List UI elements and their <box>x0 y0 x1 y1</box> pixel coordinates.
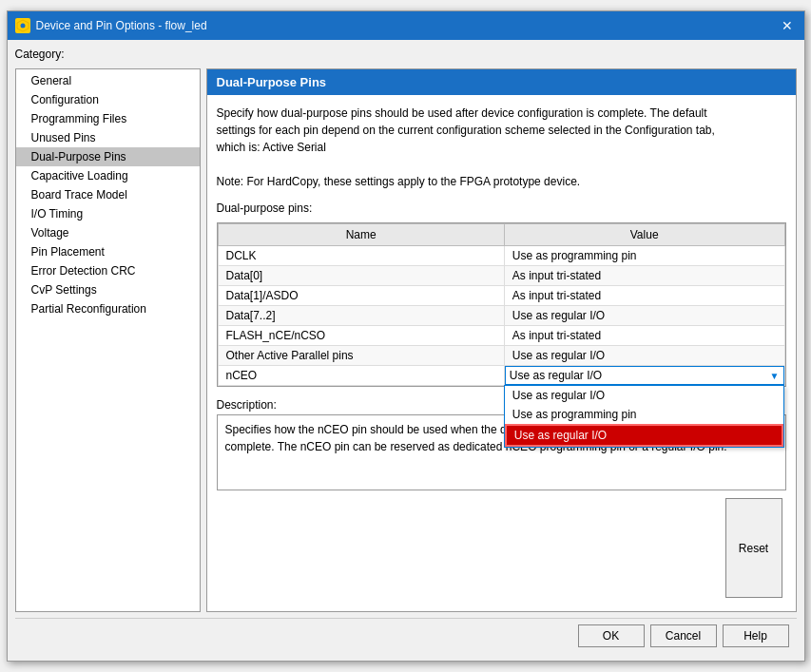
table-row: Data[1]/ASDO As input tri-stated <box>218 286 784 306</box>
cancel-button[interactable]: Cancel <box>650 624 717 647</box>
col-value-header: Value <box>504 224 784 246</box>
row-dclk-name: DCLK <box>218 246 504 266</box>
main-area: General Configuration Programming Files … <box>15 68 797 612</box>
nceo-dropdown-menu: Use as regular I/O Use as programming pi… <box>504 385 784 448</box>
content-panel: Dual-Purpose Pins Specify how dual-purpo… <box>206 68 797 612</box>
sidebar-item-cvp-settings[interactable]: CvP Settings <box>16 280 200 299</box>
row-nceo-value[interactable]: Use as regular I/O ▼ Use as regular I/O … <box>504 366 784 386</box>
sidebar-item-configuration[interactable]: Configuration <box>16 90 200 109</box>
dual-purpose-label: Dual-purpose pins: <box>217 202 786 215</box>
app-icon <box>15 18 30 33</box>
reset-area: Reset <box>217 498 786 598</box>
row-data72-name: Data[7..2] <box>218 306 504 326</box>
table-row: Other Active Parallel pins Use as regula… <box>218 346 784 366</box>
dialog-window: Device and Pin Options - flow_led ✕ Cate… <box>7 10 805 662</box>
row-other-name: Other Active Parallel pins <box>218 346 504 366</box>
close-button[interactable]: ✕ <box>778 16 797 35</box>
sidebar-item-unused-pins[interactable]: Unused Pins <box>16 128 200 147</box>
row-data0-name: Data[0] <box>218 266 504 286</box>
row-data1-value: As input tri-stated <box>504 286 784 306</box>
dropdown-option-regular[interactable]: Use as regular I/O <box>505 386 783 405</box>
description-text: Specify how dual-purpose pins should be … <box>217 105 786 190</box>
dialog-footer: OK Cancel Help <box>15 618 797 653</box>
row-data72-value: Use as regular I/O <box>504 306 784 326</box>
sidebar-item-voltage[interactable]: Voltage <box>16 223 200 242</box>
table-wrapper: Name Value DCLK Use as programming pin <box>217 222 786 387</box>
title-bar-left: Device and Pin Options - flow_led <box>15 18 207 33</box>
category-label: Category: <box>15 48 797 61</box>
dual-purpose-table: Name Value DCLK Use as programming pin <box>218 223 785 386</box>
sidebar-item-dual-purpose-pins[interactable]: Dual-Purpose Pins <box>16 147 200 166</box>
row-nceo-name: nCEO <box>218 366 504 386</box>
table-row-nceo: nCEO Use as regular I/O ▼ <box>218 366 784 386</box>
dialog-body: Category: General Configuration Programm… <box>8 40 804 661</box>
content-inner: Specify how dual-purpose pins should be … <box>207 95 796 611</box>
dropdown-arrow-icon: ▼ <box>770 371 780 381</box>
reset-button[interactable]: Reset <box>725 498 782 598</box>
nceo-dropdown-container: Use as regular I/O ▼ Use as regular I/O … <box>505 366 784 385</box>
row-other-value: Use as regular I/O <box>504 346 784 366</box>
row-data1-name: Data[1]/ASDO <box>218 286 504 306</box>
table-row: Data[7..2] Use as regular I/O <box>218 306 784 326</box>
row-data0-value: As input tri-stated <box>504 266 784 286</box>
table-row: DCLK Use as programming pin <box>218 246 784 266</box>
content-header: Dual-Purpose Pins <box>207 69 796 95</box>
dropdown-option-regular-selected[interactable]: Use as regular I/O <box>505 424 783 447</box>
sidebar-item-error-detection-crc[interactable]: Error Detection CRC <box>16 261 200 280</box>
sidebar-item-pin-placement[interactable]: Pin Placement <box>16 242 200 261</box>
sidebar-item-programming-files[interactable]: Programming Files <box>16 109 200 128</box>
sidebar-item-board-trace-model[interactable]: Board Trace Model <box>16 185 200 204</box>
title-text: Device and Pin Options - flow_led <box>36 19 207 32</box>
sidebar-item-general[interactable]: General <box>16 71 200 90</box>
ok-button[interactable]: OK <box>578 624 645 647</box>
nceo-dropdown-current: Use as regular I/O <box>510 369 602 382</box>
sidebar-item-capacitive-loading[interactable]: Capacitive Loading <box>16 166 200 185</box>
content-body: Specify how dual-purpose pins should be … <box>207 95 796 611</box>
table-row: Data[0] As input tri-stated <box>218 266 784 286</box>
table-row: FLASH_nCE/nCSO As input tri-stated <box>218 326 784 346</box>
sidebar-item-partial-reconfiguration[interactable]: Partial Reconfiguration <box>16 299 200 318</box>
sidebar: General Configuration Programming Files … <box>15 68 201 612</box>
row-dclk-value: Use as programming pin <box>504 246 784 266</box>
svg-point-1 <box>20 24 25 29</box>
row-flash-name: FLASH_nCE/nCSO <box>218 326 504 346</box>
title-bar: Device and Pin Options - flow_led ✕ <box>8 11 804 40</box>
help-button[interactable]: Help <box>723 624 789 647</box>
sidebar-item-io-timing[interactable]: I/O Timing <box>16 204 200 223</box>
nceo-dropdown-select[interactable]: Use as regular I/O ▼ <box>505 366 784 385</box>
col-name-header: Name <box>218 224 504 246</box>
row-flash-value: As input tri-stated <box>504 326 784 346</box>
dropdown-option-programming[interactable]: Use as programming pin <box>505 405 783 424</box>
